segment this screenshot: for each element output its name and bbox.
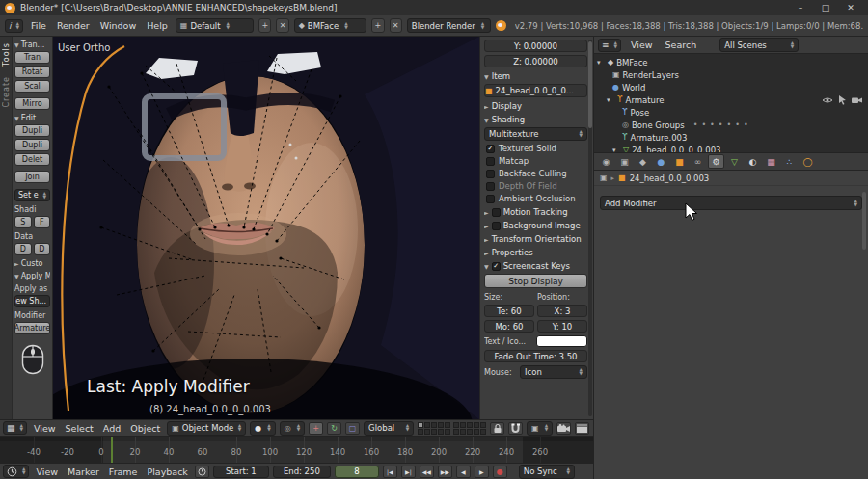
tab-tools[interactable]: Tools [2, 42, 11, 67]
layer-square[interactable] [438, 422, 444, 428]
layer-square[interactable] [453, 422, 459, 428]
layer-square[interactable] [424, 429, 430, 435]
screen-layout-dropdown[interactable]: ▦Default [176, 18, 254, 33]
tab-modifiers-icon[interactable]: ⚙ [708, 154, 724, 169]
jump-to-start-icon[interactable]: |◀ [383, 466, 397, 478]
depth-of-field-option[interactable]: Depth Of Field [484, 181, 587, 191]
scale-button[interactable]: Scal [14, 80, 50, 93]
renderability-camera-icon[interactable] [852, 96, 862, 104]
checkbox-checked-icon[interactable]: ✓ [492, 262, 501, 271]
manipulator-translate-icon[interactable]: + [309, 422, 323, 435]
preview-range-icon[interactable] [195, 466, 209, 478]
editor-type-outliner-icon[interactable]: ≡ [598, 39, 621, 52]
select-menu[interactable]: Select [63, 423, 96, 434]
fade-out-time-slider[interactable]: Fade Out Time: 3.50 [484, 350, 587, 362]
current-frame-field[interactable]: 8 [335, 466, 379, 478]
opengl-render-anim-icon[interactable] [575, 422, 589, 435]
add-scene-button[interactable]: + [371, 18, 384, 33]
properties-scrollbar[interactable] [862, 192, 866, 250]
data-transfer-button[interactable]: D [14, 243, 32, 255]
textured-solid-option[interactable]: ✓Textured Solid [484, 144, 587, 153]
scene-dropdown[interactable]: ◆BMFace [294, 18, 367, 33]
next-keyframe-icon[interactable]: ▶▶ [438, 466, 452, 478]
stop-display-button[interactable]: Stop Display [484, 274, 587, 288]
shade-smooth-button[interactable]: S [14, 216, 32, 228]
tab-render-layers-icon[interactable]: ▣ [616, 154, 633, 169]
modifier-name-field[interactable]: Armature [14, 322, 50, 334]
tab-object-data-icon[interactable]: ▽ [726, 154, 743, 169]
outliner-row-armature[interactable]: ▾ϒArmature [597, 93, 865, 106]
checkbox-icon[interactable] [486, 170, 495, 178]
viewport-shading-dropdown[interactable]: ● [250, 421, 275, 436]
tab-create[interactable]: Create [2, 76, 11, 108]
layer-square[interactable] [460, 429, 466, 435]
apply-as-dropdown[interactable]: New Sh... [14, 295, 50, 307]
text-color-swatch[interactable] [536, 335, 587, 347]
tab-particles-icon[interactable]: ∴ [781, 154, 798, 169]
outliner-row-renderlayers[interactable]: ▣RenderLayers [597, 68, 865, 81]
transform-panel-header[interactable]: ▼Tran... [14, 40, 50, 49]
layer-square[interactable] [453, 429, 459, 435]
timeline-menu-marker[interactable]: Marker [65, 466, 102, 477]
outliner-scope-dropdown[interactable]: All Scenes [719, 38, 799, 52]
delete-button[interactable]: Delet [14, 153, 50, 166]
pivot-point-dropdown[interactable]: ◎ [280, 421, 305, 436]
object-name-field[interactable]: ■24_head_0.0_0_0... [484, 84, 587, 97]
collapse-icon[interactable]: ▾ [597, 59, 605, 67]
snap-element-dropdown[interactable]: ▣ [527, 421, 553, 436]
shading-panel-header[interactable]: ▼Shading [484, 115, 587, 124]
object-menu[interactable]: Object [127, 423, 163, 434]
snap-magnet-icon[interactable] [508, 422, 523, 435]
edit-panel-header[interactable]: ▼Edit [14, 114, 50, 122]
breadcrumb-object-name[interactable]: 24_head_0.0_0.003 [630, 173, 710, 183]
outliner-row-pose[interactable]: ϒPose [597, 106, 865, 119]
checkbox-checked-icon[interactable]: ✓ [486, 145, 495, 153]
tab-texture-icon[interactable]: ▦ [763, 154, 779, 169]
motion-tracking-panel-header[interactable]: ►Motion Tracking [484, 207, 587, 217]
ambient-occlusion-option[interactable]: Ambient Occlusion [484, 194, 587, 203]
position-y-field[interactable]: Y: 10 [537, 320, 587, 333]
sync-mode-dropdown[interactable]: No Sync [519, 465, 575, 479]
timeline-ruler[interactable]: -40 -20 0 20 40 60 80 100 120 140 160 18… [0, 436, 593, 463]
layer-square[interactable] [474, 429, 479, 435]
mouse-display-dropdown[interactable]: Icon [520, 365, 587, 379]
outliner-row-bone-groups[interactable]: ◎Bone Groups••••••• [597, 119, 865, 131]
matcap-option[interactable]: Matcap [484, 156, 587, 166]
play-icon[interactable]: ▶ [475, 466, 489, 478]
play-reverse-icon[interactable]: ◀ [456, 466, 471, 478]
outliner-row-scene[interactable]: ▾◆BMFace [597, 56, 865, 68]
outliner-row-head-mesh[interactable]: ▾▽24_head_0.0_0_0.003 [597, 144, 865, 152]
timeline-menu-view[interactable]: View [33, 466, 61, 477]
checkbox-icon[interactable] [486, 195, 495, 203]
layer-square[interactable] [467, 429, 473, 435]
layers-widget[interactable] [418, 422, 486, 435]
visibility-eye-icon[interactable] [822, 96, 833, 104]
layer-square[interactable] [474, 422, 479, 428]
checkbox-icon[interactable] [486, 182, 495, 191]
layer-square[interactable] [480, 429, 486, 435]
prev-keyframe-icon[interactable]: ◀◀ [420, 466, 434, 478]
selectability-cursor-icon[interactable] [838, 95, 847, 105]
outliner-menu-search[interactable]: Search [663, 40, 700, 50]
maximize-button[interactable]: □ [813, 0, 838, 15]
start-frame-field[interactable]: Start: 1 [213, 466, 269, 478]
current-frame-line[interactable] [111, 437, 113, 463]
add-layout-button[interactable]: + [258, 18, 271, 33]
manipulator-rotate-icon[interactable]: ↻ [327, 422, 341, 435]
item-panel-header[interactable]: ▼Item [484, 71, 587, 81]
backface-culling-option[interactable]: Backface Culling [484, 169, 587, 178]
mouse-size-slider[interactable]: Mo: 60 [484, 320, 534, 333]
add-menu[interactable]: Add [100, 423, 123, 434]
editor-type-3d-view-icon[interactable]: ▦ [3, 421, 27, 435]
tab-scene-icon[interactable]: ◆ [635, 154, 651, 169]
opengl-render-still-icon[interactable] [556, 422, 571, 435]
record-icon[interactable]: ● [493, 466, 507, 478]
duplicate-button[interactable]: Dupli [14, 124, 50, 137]
display-panel-header[interactable]: ►Display [484, 101, 587, 111]
checkbox-icon[interactable] [486, 157, 495, 166]
view-menu[interactable]: View [31, 423, 59, 434]
editor-type-timeline-icon[interactable] [3, 465, 29, 478]
layer-square[interactable] [480, 422, 486, 428]
menu-help[interactable]: Help [144, 20, 171, 31]
layer-square[interactable] [467, 422, 473, 428]
